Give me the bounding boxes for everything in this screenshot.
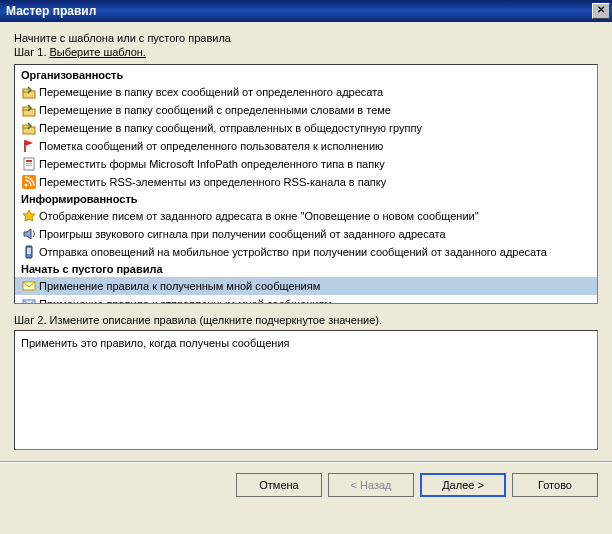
list-item[interactable]: Перемещение в папку сообщений, отправлен… (15, 119, 597, 137)
item-label: Переместить RSS-элементы из определенног… (39, 175, 386, 190)
svg-rect-5 (23, 125, 29, 128)
move-folder-icon (21, 84, 37, 100)
rss-icon (21, 174, 37, 190)
list-item[interactable]: Переместить RSS-элементы из определенног… (15, 173, 597, 191)
form-icon (21, 156, 37, 172)
next-button[interactable]: Далее > (420, 473, 506, 497)
step1-label: Шаг 1. Выберите шаблон. (14, 46, 598, 58)
svg-rect-8 (26, 163, 32, 164)
rule-template-list[interactable]: Организованность Перемещение в папку все… (14, 64, 598, 304)
svg-rect-13 (27, 248, 31, 254)
item-label: Перемещение в папку всех сообщений от оп… (39, 85, 383, 100)
item-label: Применение правила к полученным мной соо… (39, 279, 320, 294)
svg-rect-3 (23, 107, 29, 110)
intro-text: Начните с шаблона или с пустого правила (14, 32, 598, 44)
description-text: Применить это правило, когда получены со… (21, 337, 290, 349)
list-item[interactable]: Перемещение в папку всех сообщений от оп… (15, 83, 597, 101)
item-label: Пометка сообщений от определенного польз… (39, 139, 383, 154)
flag-icon (21, 138, 37, 154)
svg-point-11 (25, 184, 28, 187)
group-information: Информированность (15, 191, 597, 207)
mail-out-icon (21, 296, 37, 304)
svg-rect-9 (26, 165, 32, 166)
alert-star-icon (21, 208, 37, 224)
move-folder-icon (21, 102, 37, 118)
item-label: Перемещение в папку сообщений, отправлен… (39, 121, 422, 136)
list-item[interactable]: Отображение писем от заданного адресата … (15, 207, 597, 225)
button-row: Отмена < Назад Далее > Готово (0, 462, 612, 507)
item-label: Отображение писем от заданного адресата … (39, 209, 479, 224)
list-item[interactable]: Отправка оповещений на мобильное устройс… (15, 243, 597, 261)
list-item[interactable]: Переместить формы Microsoft InfoPath опр… (15, 155, 597, 173)
list-item[interactable]: Проигрыш звукового сигнала при получении… (15, 225, 597, 243)
item-label: Проигрыш звукового сигнала при получении… (39, 227, 446, 242)
group-organization: Организованность (15, 67, 597, 83)
item-label: Перемещение в папку сообщений с определе… (39, 103, 391, 118)
mobile-icon (21, 244, 37, 260)
list-item-selected[interactable]: Применение правила к полученным мной соо… (15, 277, 597, 295)
list-item[interactable]: Применение правила к отправленным мной с… (15, 295, 597, 304)
back-button[interactable]: < Назад (328, 473, 414, 497)
titlebar: Мастер правил ✕ (0, 0, 612, 22)
rule-description-box[interactable]: Применить это правило, когда получены со… (14, 330, 598, 450)
svg-rect-1 (23, 89, 29, 92)
mail-in-icon (21, 278, 37, 294)
list-item[interactable]: Перемещение в папку сообщений с определе… (15, 101, 597, 119)
group-blank: Начать с пустого правила (15, 261, 597, 277)
move-folder-icon (21, 120, 37, 136)
dialog-content: Начните с шаблона или с пустого правила … (0, 22, 612, 462)
item-label: Отправка оповещений на мобильное устройс… (39, 245, 547, 260)
sound-icon (21, 226, 37, 242)
window-title: Мастер правил (6, 4, 96, 18)
item-label: Переместить формы Microsoft InfoPath опр… (39, 157, 385, 172)
svg-rect-7 (26, 160, 32, 162)
finish-button[interactable]: Готово (512, 473, 598, 497)
cancel-button[interactable]: Отмена (236, 473, 322, 497)
list-item[interactable]: Пометка сообщений от определенного польз… (15, 137, 597, 155)
step2-label: Шаг 2. Измените описание правила (щелкни… (14, 314, 598, 326)
close-button[interactable]: ✕ (592, 3, 610, 19)
item-label: Применение правила к отправленным мной с… (39, 297, 332, 305)
